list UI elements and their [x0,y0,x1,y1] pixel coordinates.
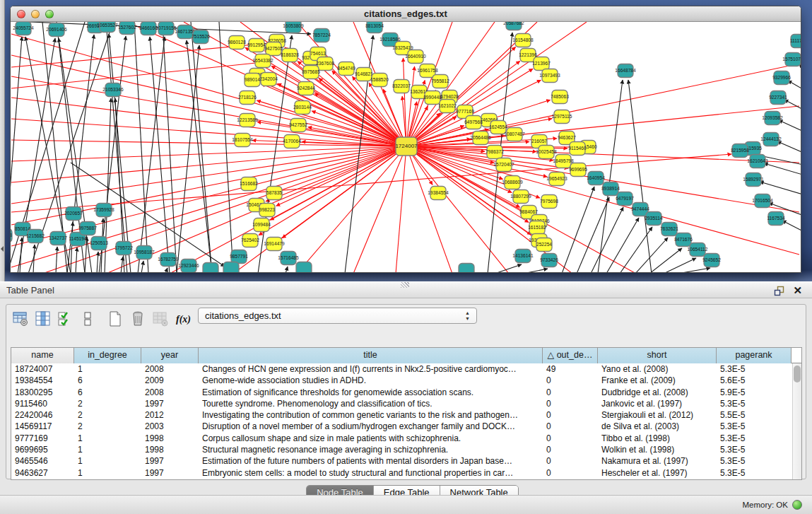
table-cell[interactable]: 0 [543,433,598,444]
table-cell[interactable]: 9463627 [11,467,74,479]
table-cell[interactable]: 2 [74,409,141,421]
table-cell[interactable]: Yano et al. (2008) [598,363,717,375]
close-panel-icon[interactable]: ✕ [793,284,802,297]
column-header-pagerank[interactable]: pagerank [717,348,792,363]
column-header-in_degree[interactable]: in_degree [74,348,141,363]
table-cell[interactable]: 0 [543,467,598,479]
table-row[interactable]: 1872400712008Changes of HCN gene express… [11,363,801,375]
table-cell[interactable]: 6 [74,387,141,398]
show-columns-icon[interactable] [33,309,53,329]
table-cell[interactable]: Franke et al. (2009) [598,375,717,386]
table-cell[interactable]: 1 [74,444,141,455]
memory-status-indicator[interactable] [792,500,802,510]
table-cell[interactable]: 18724007 [11,363,74,375]
table-cell[interactable]: 5.3E-5 [717,444,792,455]
table-cell[interactable]: Embryonic stem cells: a model to study s… [199,467,543,479]
table-cell[interactable]: Disruption of a novel member of a sodium… [199,421,543,432]
table-cell[interactable]: 2012 [141,409,199,421]
table-cell[interactable]: 1 [74,467,141,479]
graph-node[interactable] [203,263,218,273]
table-cell[interactable]: 2003 [141,421,199,432]
graph-node[interactable] [296,262,312,273]
table-cell[interactable]: Changes of HCN gene expression and I(f) … [199,363,543,375]
table-row[interactable]: 1938455462009Genome-wide association stu… [11,375,801,386]
column-header-name[interactable]: name [11,348,74,363]
scrollbar-thumb[interactable] [794,366,801,382]
table-cell[interactable]: 6 [74,375,141,386]
table-cell[interactable]: Tibbo et al. (1998) [598,433,717,444]
table-cell[interactable]: 2008 [141,387,199,398]
float-panel-icon[interactable] [774,285,785,296]
column-header-year[interactable]: year [141,348,199,363]
table-cell[interactable]: Estimation of significance thresholds fo… [199,387,543,398]
table-cell[interactable]: 5.3E-5 [717,398,792,409]
table-cell[interactable]: 1997 [141,398,199,409]
network-window-titlebar[interactable]: citations_edges.txt [11,6,801,22]
table-cell[interactable]: Estimation of the future numbers of pati… [199,455,543,467]
table-cell[interactable]: 1 [74,455,141,467]
splitter-grip[interactable] [401,282,409,288]
table-row[interactable]: 977716911998Corpus callosum shape and si… [11,433,801,444]
table-cell[interactable]: 9699695 [11,444,74,455]
column-header-short[interactable]: short [598,348,717,363]
table-row[interactable]: 2242004622012Investigating the contribut… [11,409,801,421]
table-cell[interactable]: 2008 [141,363,199,375]
table-cell[interactable]: 5.3E-5 [717,433,792,444]
column-header-title[interactable]: title [199,348,543,363]
table-cell[interactable]: 9115460 [11,398,74,409]
select-all-icon[interactable] [56,309,76,329]
table-cell[interactable]: Tourette syndrome. Phenomenology and cla… [199,398,543,409]
table-cell[interactable]: Wolkin et al. (1998) [598,444,717,455]
table-cell[interactable]: 0 [543,455,598,467]
table-cell[interactable]: Corpus callosum shape and size in male p… [199,433,543,444]
table-cell[interactable]: 19384554 [11,375,74,386]
network-graph[interactable]: 1724007240557242069140626691161065352715… [11,22,801,272]
table-cell[interactable]: 0 [543,409,598,421]
table-cell[interactable]: 2 [74,398,141,409]
table-cell[interactable]: 2009 [141,375,199,386]
column-header-out_de[interactable]: △ out_de… [543,348,598,363]
table-cell[interactable]: 0 [543,421,598,432]
table-cell[interactable]: 0 [543,387,598,398]
table-row[interactable]: 946554611997Estimation of the future num… [11,455,801,467]
table-cell[interactable]: 49 [543,363,598,375]
table-cell[interactable]: 9777169 [11,433,74,444]
table-row[interactable]: 1456911722003Disruption of a novel membe… [11,421,801,432]
table-row[interactable]: 969969511998Structural magnetic resonanc… [11,444,801,455]
graph-node[interactable] [459,264,474,273]
table-cell[interactable]: 1 [74,433,141,444]
table-vertical-scrollbar[interactable] [792,363,801,479]
graph-node[interactable] [223,262,239,273]
hidden-panel-strip[interactable] [0,0,5,281]
table-cell[interactable]: 14569117 [11,421,74,432]
table-cell[interactable]: 5.3E-5 [717,421,792,432]
table-cell[interactable]: Genome-wide association studies in ADHD. [199,375,543,386]
new-column-icon[interactable] [105,309,125,329]
table-cell[interactable]: Investigating the contribution of common… [199,409,543,421]
table-cell[interactable]: 1997 [141,467,199,479]
table-cell[interactable]: 2 [74,421,141,432]
network-view-window[interactable]: citations_edges.txt 17240072405572420691… [10,6,801,273]
table-cell[interactable]: 0 [543,444,598,455]
table-cell[interactable]: Nakamura et al. (1997) [598,455,717,467]
table-cell[interactable]: Hescheler et al. (1997) [598,467,717,479]
table-cell[interactable]: 1997 [141,455,199,467]
table-row[interactable]: 911546021997Tourette syndrome. Phenomeno… [11,398,801,409]
network-canvas[interactable]: 1724007240557242069140626691161065352715… [11,22,801,272]
table-cell[interactable]: 9465546 [11,455,74,467]
table-cell[interactable]: de Silva et al. (2003) [598,421,717,432]
delete-column-icon[interactable] [128,309,148,329]
table-select-dropdown[interactable]: citations_edges.txt ▲▼ [198,308,477,324]
table-cell[interactable]: 1998 [141,433,199,444]
table-cell[interactable]: Structural magnetic resonance image aver… [199,444,543,455]
table-cell[interactable]: Jankovic et al. (1997) [598,398,717,409]
table-cell[interactable]: Dudbridge et al. (2008) [598,387,717,398]
table-cell[interactable]: 0 [543,398,598,409]
table-row[interactable]: 946362711997Embryonic stem cells: a mode… [11,467,801,479]
table-cell[interactable]: 5.3E-5 [717,455,792,467]
table-cell[interactable]: 5.5E-5 [717,409,792,421]
table-cell[interactable]: 0 [543,375,598,386]
table-cell[interactable]: 5.6E-5 [717,375,792,386]
table-cell[interactable]: 1998 [141,444,199,455]
table-cell[interactable]: 5.3E-5 [717,467,792,479]
